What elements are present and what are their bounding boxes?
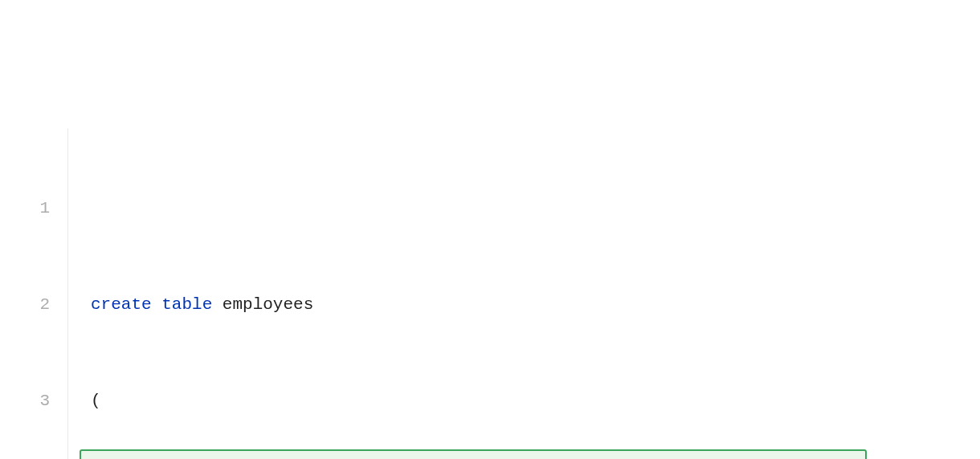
code-area[interactable]: create table employees ( employee_id int… bbox=[68, 128, 980, 459]
code-content: create table employees ( employee_id int… bbox=[91, 225, 980, 459]
keyword: table bbox=[161, 295, 212, 314]
line-number: 1 bbox=[0, 193, 50, 225]
code-line: create table employees bbox=[91, 289, 980, 321]
line-number: 2 bbox=[0, 289, 50, 321]
identifier: employees bbox=[223, 295, 313, 314]
paren: ( bbox=[91, 392, 101, 410]
line-number-gutter: 1 2 3 4 5 6 7 8 9 10 11 12 13 bbox=[0, 128, 68, 459]
code-editor: 1 2 3 4 5 6 7 8 9 10 11 12 13 create tab… bbox=[0, 128, 980, 459]
code-line: ( bbox=[91, 385, 980, 417]
keyword: create bbox=[91, 295, 152, 314]
line-number: 3 bbox=[0, 385, 50, 417]
